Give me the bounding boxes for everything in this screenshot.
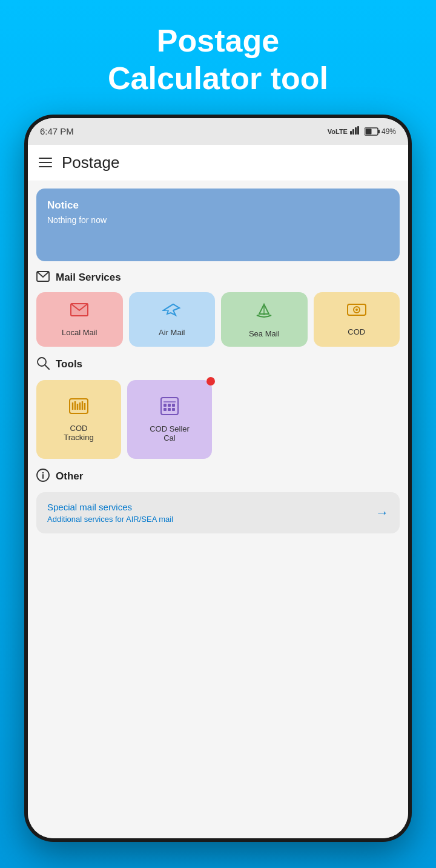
cod-tracking-icon <box>69 398 88 419</box>
status-time: 6:47 PM <box>40 126 74 136</box>
notice-body: Nothing for now <box>47 215 389 225</box>
svg-rect-0 <box>350 131 352 135</box>
local-mail-card[interactable]: Local Mail <box>36 292 123 347</box>
other-info-icon <box>36 469 50 485</box>
other-header: Other <box>36 469 400 485</box>
notice-card: Notice Nothing for now <box>36 189 400 261</box>
svg-rect-25 <box>164 404 167 407</box>
svg-point-13 <box>355 309 358 311</box>
svg-rect-28 <box>164 408 167 411</box>
mail-services-header: Mail Services <box>36 271 400 285</box>
svg-rect-26 <box>168 404 171 407</box>
cod-card[interactable]: COD <box>314 292 400 347</box>
tools-label: Tools <box>56 358 82 370</box>
mail-services-grid: Local Mail Air Mail <box>36 292 400 347</box>
tools-search-icon <box>36 356 50 373</box>
arrow-right-icon: → <box>375 505 389 521</box>
air-mail-card[interactable]: Air Mail <box>129 292 216 347</box>
tools-grid: COD Tracking <box>36 380 400 459</box>
notification-dot <box>206 377 215 386</box>
special-mail-services-card[interactable]: Special mail services Additional service… <box>36 492 400 533</box>
cod-seller-label: COD Seller Cal <box>150 424 190 442</box>
hero-title: Postage Calculator tool <box>108 22 328 98</box>
status-bar: 6:47 PM VoLTE <box>28 118 408 145</box>
svg-rect-2 <box>355 127 357 135</box>
other-card-content: Special mail services Additional service… <box>47 502 173 524</box>
sea-mail-card[interactable]: Sea Mail <box>221 292 308 347</box>
cod-tracking-card[interactable]: COD Tracking <box>36 380 121 459</box>
app-content: Notice Nothing for now Mail Services <box>28 181 408 838</box>
cod-icon <box>347 302 366 321</box>
sea-mail-icon <box>254 302 274 323</box>
air-mail-label: Air Mail <box>159 328 185 337</box>
local-mail-label: Local Mail <box>62 328 97 337</box>
notice-title: Notice <box>47 199 389 212</box>
app-title: Postage <box>62 153 119 172</box>
phone-device: 6:47 PM VoLTE <box>24 115 412 842</box>
tools-header: Tools <box>36 356 400 373</box>
phone-screen: 6:47 PM VoLTE <box>28 118 408 838</box>
special-mail-subtitle: Additional services for AIR/SEA mail <box>47 515 173 524</box>
hero-section: Postage Calculator tool <box>84 0 352 98</box>
special-mail-title: Special mail services <box>47 502 173 512</box>
air-mail-icon <box>162 302 182 322</box>
svg-line-15 <box>45 365 49 369</box>
battery-icon: 49% <box>365 127 396 136</box>
cod-seller-cal-card[interactable]: COD Seller Cal <box>127 380 212 459</box>
other-label: Other <box>56 470 83 482</box>
svg-rect-5 <box>378 130 380 133</box>
mail-services-label: Mail Services <box>56 272 121 284</box>
svg-rect-30 <box>172 408 175 411</box>
svg-rect-1 <box>352 129 354 135</box>
lte-icon: VoLTE <box>328 128 348 135</box>
signal-icon <box>350 126 362 136</box>
cod-tracking-label: COD Tracking <box>64 424 93 442</box>
cod-label: COD <box>348 327 365 336</box>
hamburger-menu[interactable] <box>39 158 52 167</box>
app-header: Postage <box>28 145 408 181</box>
svg-point-33 <box>42 472 44 473</box>
sea-mail-label: Sea Mail <box>249 329 280 338</box>
local-mail-icon <box>70 302 88 322</box>
svg-rect-3 <box>357 126 359 135</box>
cod-seller-icon <box>160 397 179 419</box>
svg-rect-27 <box>172 404 175 407</box>
svg-rect-29 <box>168 408 171 411</box>
mail-icon <box>36 271 50 285</box>
svg-rect-6 <box>365 129 371 134</box>
status-icons: VoLTE 49% <box>328 126 396 136</box>
